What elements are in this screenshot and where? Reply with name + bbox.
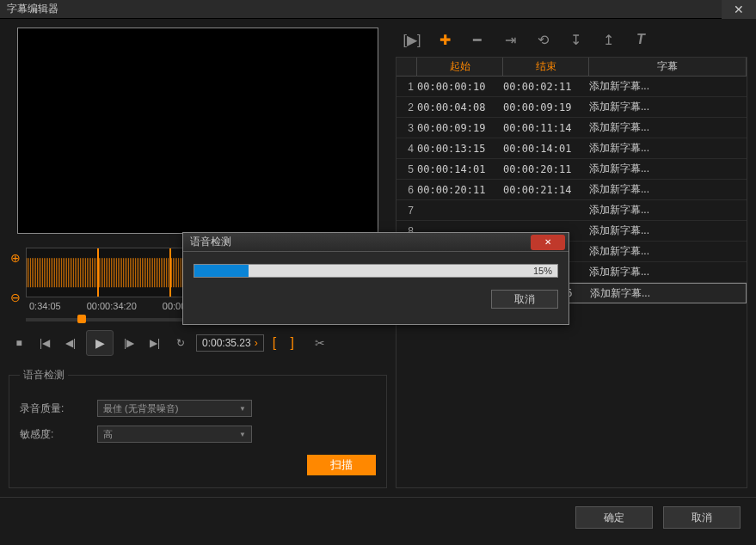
zoom-in-button[interactable]: ⊕ [9,251,22,265]
subtitle-table-header: 起始 结束 字幕 [396,58,747,77]
row-index: 6 [396,184,417,196]
step-fwd-button[interactable]: |▶ [119,333,139,353]
row-text: 添加新字幕... [589,182,747,197]
table-row[interactable]: 500:00:14:0100:00:20:11添加新字幕... [396,159,747,180]
minus-icon: ━ [473,32,482,48]
row-index: 4 [396,143,417,155]
zoom-in-icon: ⊕ [10,251,21,265]
loop-button[interactable]: ↻ [170,333,191,353]
row-end: 00:00:21:14 [503,184,589,196]
quality-label: 录音质量: [20,401,89,416]
row-text: 添加新字幕... [589,162,747,176]
frame-fwd-icon: |▶ [124,337,134,349]
row-end: 00:00:02:11 [503,81,589,93]
zoom-out-icon: ⊖ [10,291,21,304]
row-index: 5 [396,163,417,175]
row-index: 7 [396,205,417,217]
row-text: 添加新字幕... [589,79,747,94]
row-end: 00:00:09:19 [503,101,589,113]
time-label: 00:00:34:20 [87,301,137,311]
loop-icon: ↻ [176,337,185,349]
merge-button[interactable]: ⇥ [501,31,519,48]
ok-button[interactable]: 确定 [575,506,653,529]
stop-icon: ■ [15,337,22,349]
play-range-icon: [▶] [403,32,421,48]
transport-bar: ■ |◀ ◀| ▶ |▶ ▶| ↻ 0:00:35.23› [ ] ✂ [9,330,387,356]
row-text: 添加新字幕... [589,100,747,114]
plus-icon: ✚ [439,32,451,48]
table-row[interactable]: 7添加新字幕... [396,200,747,221]
close-button[interactable]: ✕ [722,0,756,19]
subtitle-toolbar: [▶] ✚ ━ ⇥ ⟲ ↧ ↥ T [396,28,747,57]
cancel-button[interactable]: 取消 [663,506,741,529]
row-text: 添加新字幕... [590,286,746,301]
sensitivity-value: 高 [103,428,113,441]
progress-fill [194,265,249,277]
dialog-close-button[interactable]: ✕ [531,235,565,250]
play-range-button[interactable]: [▶] [403,31,421,48]
add-subtitle-button[interactable]: ✚ [435,31,454,48]
window-title: 字幕编辑器 [7,2,58,16]
table-row[interactable]: 200:00:04:0800:00:09:19添加新字幕... [396,97,747,118]
scan-button[interactable]: 扫描 [307,455,376,475]
row-index: 2 [396,101,417,113]
row-text: 添加新字幕... [589,244,747,259]
cut-button[interactable]: ✂ [315,336,325,350]
progress-dialog-titlebar: 语音检测 ✕ [183,233,569,252]
dialog-cancel-button[interactable]: 取消 [491,290,558,309]
voice-detect-legend: 语音检测 [20,368,68,383]
timecode-display[interactable]: 0:00:35.23› [196,334,264,352]
mark-in-out[interactable]: [ ] [273,335,299,351]
col-end[interactable]: 结束 [503,58,589,76]
import-button[interactable]: ↧ [566,31,585,48]
time-label: 0:34:05 [29,301,61,311]
table-row[interactable]: 400:00:13:1500:00:14:01添加新字幕... [396,138,747,159]
slider-thumb[interactable] [77,315,86,323]
progress-percent: 15% [533,265,552,277]
remove-subtitle-button[interactable]: ━ [468,31,487,48]
table-row[interactable]: 300:00:09:1900:00:11:14添加新字幕... [396,118,747,138]
dialog-footer: 确定 取消 [0,497,756,537]
table-row[interactable]: 600:00:20:1100:00:21:14添加新字幕... [396,180,747,200]
close-icon: ✕ [734,3,744,16]
frame-back-icon: ◀| [65,337,76,349]
skip-fwd-icon: ▶| [150,337,160,349]
zoom-out-button[interactable]: ⊖ [9,291,22,304]
table-row[interactable]: 100:00:00:1000:00:02:11添加新字幕... [396,77,747,97]
progress-dialog: 语音检测 ✕ 15% 取消 [182,232,569,325]
shift-button[interactable]: ⟲ [533,31,552,48]
sensitivity-select[interactable]: 高 ▼ [97,426,252,443]
play-button[interactable]: ▶ [86,330,114,356]
row-start: 00:00:04:08 [417,101,503,113]
row-index: 1 [396,81,417,93]
row-start: 00:00:20:11 [417,184,503,196]
stop-button[interactable]: ■ [9,333,29,353]
row-text: 添加新字幕... [589,203,747,217]
col-start[interactable]: 起始 [417,58,503,76]
row-index: 3 [396,122,417,134]
row-start: 00:00:00:10 [417,81,503,93]
quality-select[interactable]: 最佳 (无背景噪音) ▼ [97,400,252,417]
row-text: 添加新字幕... [589,141,747,156]
row-text: 添加新字幕... [589,224,747,238]
row-start: 00:00:09:19 [417,122,503,134]
close-icon: ✕ [544,237,551,247]
next-cue-button[interactable]: ▶| [144,333,165,353]
row-start: 00:00:14:01 [417,163,503,175]
import-icon: ↧ [570,32,581,48]
sensitivity-label: 敏感度: [20,427,89,442]
prev-cue-button[interactable]: |◀ [34,333,55,353]
stepper-icon: › [255,337,258,349]
shift-icon: ⟲ [538,32,549,48]
skip-back-icon: |◀ [40,337,50,349]
chevron-down-icon: ▼ [239,431,246,438]
col-text[interactable]: 字幕 [589,58,747,76]
col-index [396,58,417,76]
quality-value: 最佳 (无背景噪音) [103,402,178,415]
row-text: 添加新字幕... [589,120,747,135]
progress-bar: 15% [194,264,558,278]
step-back-button[interactable]: ◀| [60,333,81,353]
export-button[interactable]: ↥ [599,31,618,48]
row-end: 00:00:14:01 [503,143,589,155]
text-style-button[interactable]: T [631,31,650,48]
